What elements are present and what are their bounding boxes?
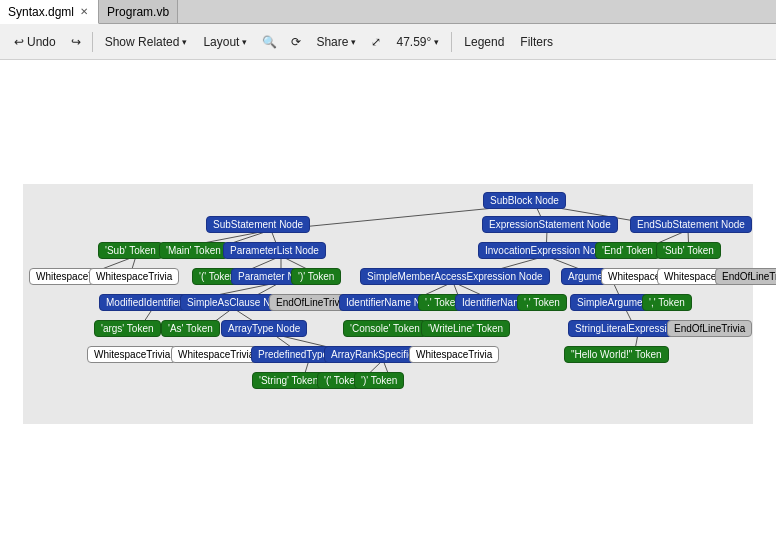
- node-whitespace-5[interactable]: WhitespaceTrivia: [87, 346, 177, 363]
- node-arraytype[interactable]: ArrayType Node: [221, 320, 307, 337]
- refresh-icon: ⟳: [291, 35, 301, 49]
- main-content: SubBlock Node SubStatement Node Expressi…: [0, 60, 776, 548]
- redo-icon: ↪: [71, 35, 81, 49]
- show-related-label: Show Related: [105, 35, 180, 49]
- search-icon: 🔍: [262, 35, 277, 49]
- fit-icon: ⤢: [371, 35, 381, 49]
- share-button[interactable]: Share ▾: [310, 32, 362, 52]
- zoom-arrow: ▾: [434, 37, 439, 47]
- tab-program-label: Program.vb: [107, 5, 169, 19]
- node-end-token[interactable]: 'End' Token: [595, 242, 660, 259]
- legend-label: Legend: [464, 35, 504, 49]
- refresh-button[interactable]: ⟳: [286, 32, 306, 52]
- graph-container[interactable]: SubBlock Node SubStatement Node Expressi…: [23, 184, 753, 424]
- undo-icon: ↩: [14, 35, 24, 49]
- redo-button[interactable]: ↪: [66, 32, 86, 52]
- node-expressionstatement[interactable]: ExpressionStatement Node: [482, 216, 618, 233]
- show-related-arrow: ▾: [182, 37, 187, 47]
- node-comma-token-2[interactable]: ',' Token: [642, 294, 692, 311]
- node-main-token[interactable]: 'Main' Token: [159, 242, 228, 259]
- node-sub-token-2[interactable]: 'Sub' Token: [656, 242, 721, 259]
- node-sub-token-1[interactable]: 'Sub' Token: [98, 242, 163, 259]
- node-parameterlist[interactable]: ParameterList Node: [223, 242, 326, 259]
- tab-syntax-label: Syntax.dgml: [8, 5, 74, 19]
- node-endoflinetrivia-1[interactable]: EndOfLineTrivia: [715, 268, 776, 285]
- tab-syntax-close[interactable]: ✕: [78, 6, 90, 17]
- undo-button[interactable]: ↩ Undo: [8, 32, 62, 52]
- node-endoflinetrivia-3[interactable]: EndOfLineTrivia: [667, 320, 752, 337]
- tab-syntax[interactable]: Syntax.dgml ✕: [0, 0, 99, 24]
- node-args-token[interactable]: 'args' Token: [94, 320, 161, 337]
- node-simplememberaccess[interactable]: SimpleMemberAccessExpression Node: [360, 268, 550, 285]
- node-as-token[interactable]: 'As' Token: [161, 320, 220, 337]
- zoom-label: 47.59°: [396, 35, 431, 49]
- share-label: Share: [316, 35, 348, 49]
- search-button[interactable]: 🔍: [257, 32, 282, 52]
- node-invocationexpression[interactable]: InvocationExpression Node: [478, 242, 614, 259]
- layout-button[interactable]: Layout ▾: [197, 32, 253, 52]
- node-rparen-2[interactable]: ')' Token: [354, 372, 404, 389]
- sep2: [451, 32, 452, 52]
- undo-label: Undo: [27, 35, 56, 49]
- fit-button[interactable]: ⤢: [366, 32, 386, 52]
- legend-button[interactable]: Legend: [458, 32, 510, 52]
- tab-program[interactable]: Program.vb: [99, 0, 178, 23]
- node-console-token[interactable]: 'Console' Token: [343, 320, 427, 337]
- show-related-button[interactable]: Show Related ▾: [99, 32, 194, 52]
- share-arrow: ▾: [351, 37, 356, 47]
- node-whitespace-6[interactable]: WhitespaceTrivia: [171, 346, 261, 363]
- node-whitespace-2[interactable]: WhitespaceTrivia: [89, 268, 179, 285]
- sep1: [92, 32, 93, 52]
- node-writeline-token[interactable]: 'WriteLine' Token: [421, 320, 510, 337]
- layout-arrow: ▾: [242, 37, 247, 47]
- node-comma-token[interactable]: ',' Token: [517, 294, 567, 311]
- node-helloworld-token[interactable]: "Hello World!" Token: [564, 346, 669, 363]
- filters-button[interactable]: Filters: [514, 32, 559, 52]
- zoom-button[interactable]: 47.59° ▾: [390, 32, 445, 52]
- node-endsubstatement[interactable]: EndSubStatement Node: [630, 216, 752, 233]
- layout-label: Layout: [203, 35, 239, 49]
- node-subblock[interactable]: SubBlock Node: [483, 192, 566, 209]
- tab-bar: Syntax.dgml ✕ Program.vb: [0, 0, 776, 24]
- node-rparen-1[interactable]: ')' Token: [291, 268, 341, 285]
- node-substatement[interactable]: SubStatement Node: [206, 216, 310, 233]
- node-string-token[interactable]: 'String' Token: [252, 372, 325, 389]
- toolbar: ↩ Undo ↪ Show Related ▾ Layout ▾ 🔍 ⟳ Sha…: [0, 24, 776, 60]
- node-whitespace-7[interactable]: WhitespaceTrivia: [409, 346, 499, 363]
- filters-label: Filters: [520, 35, 553, 49]
